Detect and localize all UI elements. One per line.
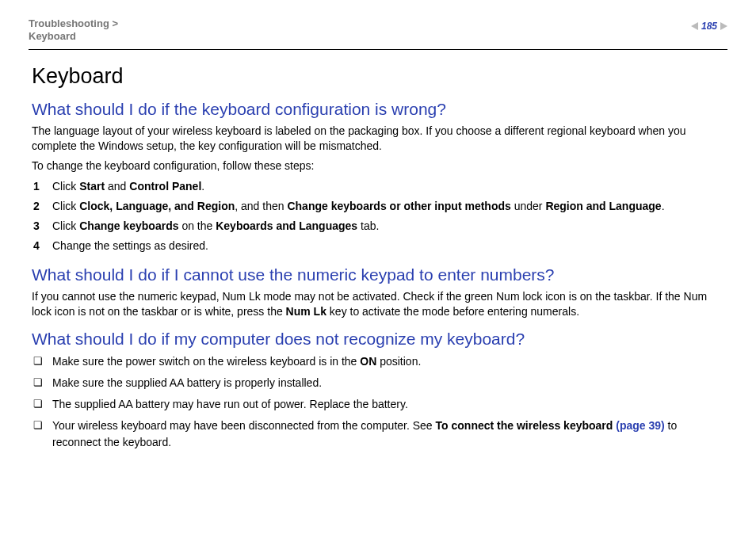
body-text: The language layout of your wireless key…	[32, 124, 727, 154]
breadcrumb-line-2: Keyboard	[29, 30, 727, 43]
page-content: Keyboard What should I do if the keyboar…	[29, 64, 727, 451]
next-page-icon[interactable]	[720, 22, 727, 30]
check-item: ❏ Your wireless keyboard may have been d…	[33, 418, 727, 451]
checkbox-bullet-icon: ❏	[33, 375, 52, 391]
step-item: 4 Change the settings as desired.	[33, 238, 727, 254]
numbered-steps: 1 Click Start and Control Panel. 2 Click…	[33, 178, 727, 254]
step-text: Click Change keyboards on the Keyboards …	[52, 218, 379, 235]
page-link[interactable]: (page 39)	[613, 419, 664, 432]
step-text: Click Start and Control Panel.	[52, 178, 204, 195]
section-heading-config: What should I do if the keyboard configu…	[32, 100, 727, 119]
step-text: Change the settings as desired.	[52, 238, 208, 254]
check-item: ❏ Make sure the power switch on the wire…	[33, 353, 727, 370]
step-number: 3	[33, 218, 52, 235]
check-text: Your wireless keyboard may have been dis…	[52, 418, 727, 451]
step-text: Click Clock, Language, and Region, and t…	[52, 198, 665, 215]
body-text: If you cannot use the numeric keypad, Nu…	[32, 289, 727, 319]
document-page: Troubleshooting > Keyboard 185 Keyboard …	[0, 0, 756, 534]
page-number-nav: 185	[691, 21, 727, 32]
page-number: 185	[701, 21, 717, 32]
check-text: Make sure the supplied AA battery is pro…	[52, 375, 322, 391]
step-number: 2	[33, 198, 52, 215]
checklist: ❏ Make sure the power switch on the wire…	[33, 353, 727, 451]
checkbox-bullet-icon: ❏	[33, 353, 52, 370]
step-number: 1	[33, 178, 52, 195]
header-divider	[29, 49, 727, 50]
section-heading-recognize: What should I do if my computer does not…	[32, 330, 727, 349]
check-item: ❏ Make sure the supplied AA battery is p…	[33, 375, 727, 391]
step-item: 3 Click Change keyboards on the Keyboard…	[33, 218, 727, 235]
page-header: Troubleshooting > Keyboard 185	[29, 17, 727, 48]
breadcrumb: Troubleshooting > Keyboard	[29, 17, 727, 44]
breadcrumb-line-1: Troubleshooting >	[29, 17, 727, 30]
page-title: Keyboard	[32, 64, 727, 89]
check-text: The supplied AA battery may have run out…	[52, 396, 408, 413]
body-text: To change the keyboard configuration, fo…	[32, 158, 727, 174]
check-text: Make sure the power switch on the wirele…	[52, 353, 421, 370]
section-heading-numpad: What should I do if I cannot use the num…	[32, 265, 727, 284]
checkbox-bullet-icon: ❏	[33, 418, 52, 451]
step-item: 1 Click Start and Control Panel.	[33, 178, 727, 195]
step-number: 4	[33, 238, 52, 254]
checkbox-bullet-icon: ❏	[33, 396, 52, 413]
prev-page-icon[interactable]	[691, 22, 698, 30]
step-item: 2 Click Clock, Language, and Region, and…	[33, 198, 727, 215]
check-item: ❏ The supplied AA battery may have run o…	[33, 396, 727, 413]
